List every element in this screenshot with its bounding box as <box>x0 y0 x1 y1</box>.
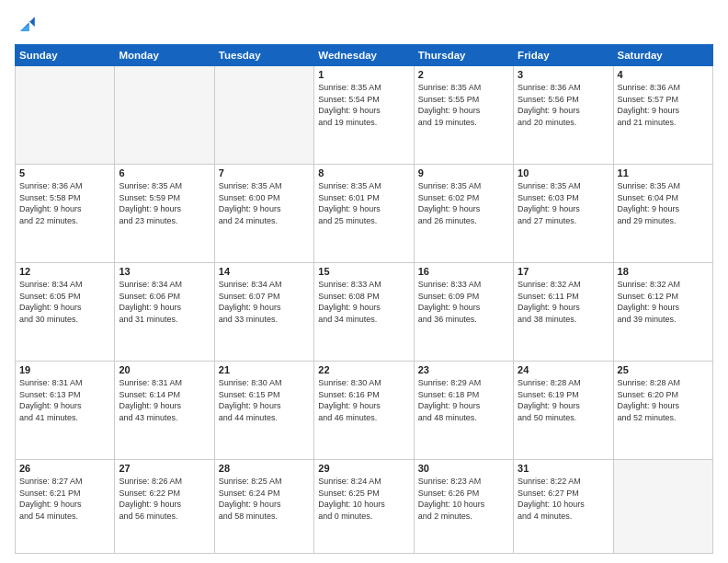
logo-icon <box>15 11 40 37</box>
day-number: 20 <box>119 364 210 375</box>
day-number: 25 <box>618 364 709 375</box>
day-info: Sunrise: 8:22 AM Sunset: 6:27 PM Dayligh… <box>518 476 609 522</box>
calendar-cell: 11Sunrise: 8:35 AM Sunset: 6:04 PM Dayli… <box>613 165 712 263</box>
day-number: 11 <box>618 167 709 178</box>
calendar-cell: 27Sunrise: 8:26 AM Sunset: 6:22 PM Dayli… <box>115 460 214 554</box>
day-info: Sunrise: 8:35 AM Sunset: 6:03 PM Dayligh… <box>518 180 609 226</box>
day-info: Sunrise: 8:28 AM Sunset: 6:20 PM Dayligh… <box>618 377 709 423</box>
day-info: Sunrise: 8:24 AM Sunset: 6:25 PM Dayligh… <box>318 476 409 522</box>
calendar-cell: 8Sunrise: 8:35 AM Sunset: 6:01 PM Daylig… <box>314 165 414 263</box>
day-info: Sunrise: 8:35 AM Sunset: 5:54 PM Dayligh… <box>318 82 409 128</box>
day-number: 5 <box>19 167 110 178</box>
day-info: Sunrise: 8:35 AM Sunset: 6:02 PM Dayligh… <box>418 180 509 226</box>
calendar-cell: 30Sunrise: 8:23 AM Sunset: 6:26 PM Dayli… <box>414 460 513 554</box>
day-number: 19 <box>19 364 110 375</box>
weekday-saturday: Saturday <box>613 45 712 66</box>
day-info: Sunrise: 8:26 AM Sunset: 6:22 PM Dayligh… <box>119 476 210 522</box>
day-number: 3 <box>518 69 609 80</box>
day-number: 8 <box>318 167 409 178</box>
day-number: 6 <box>119 167 210 178</box>
day-number: 29 <box>318 463 409 474</box>
calendar-cell: 25Sunrise: 8:28 AM Sunset: 6:20 PM Dayli… <box>613 362 712 460</box>
day-info: Sunrise: 8:32 AM Sunset: 6:12 PM Dayligh… <box>618 279 709 325</box>
day-info: Sunrise: 8:25 AM Sunset: 6:24 PM Dayligh… <box>219 476 310 522</box>
day-number: 18 <box>618 266 709 277</box>
week-row-1: 1Sunrise: 8:35 AM Sunset: 5:54 PM Daylig… <box>16 66 713 165</box>
day-number: 14 <box>219 266 310 277</box>
day-info: Sunrise: 8:33 AM Sunset: 6:08 PM Dayligh… <box>318 279 409 325</box>
calendar-cell: 5Sunrise: 8:36 AM Sunset: 5:58 PM Daylig… <box>16 165 115 263</box>
calendar-cell: 21Sunrise: 8:30 AM Sunset: 6:15 PM Dayli… <box>214 362 313 460</box>
day-number: 16 <box>418 266 509 277</box>
weekday-friday: Friday <box>514 45 613 66</box>
calendar-cell: 20Sunrise: 8:31 AM Sunset: 6:14 PM Dayli… <box>115 362 214 460</box>
day-info: Sunrise: 8:30 AM Sunset: 6:15 PM Dayligh… <box>219 377 310 423</box>
calendar-cell: 3Sunrise: 8:36 AM Sunset: 5:56 PM Daylig… <box>514 66 613 165</box>
calendar-cell: 28Sunrise: 8:25 AM Sunset: 6:24 PM Dayli… <box>214 460 313 554</box>
day-info: Sunrise: 8:28 AM Sunset: 6:19 PM Dayligh… <box>518 377 609 423</box>
calendar-cell: 29Sunrise: 8:24 AM Sunset: 6:25 PM Dayli… <box>314 460 414 554</box>
day-info: Sunrise: 8:27 AM Sunset: 6:21 PM Dayligh… <box>19 476 110 522</box>
calendar-table: SundayMondayTuesdayWednesdayThursdayFrid… <box>15 44 713 554</box>
day-info: Sunrise: 8:32 AM Sunset: 6:11 PM Dayligh… <box>518 279 609 325</box>
day-info: Sunrise: 8:35 AM Sunset: 6:01 PM Dayligh… <box>318 180 409 226</box>
day-number: 13 <box>119 266 210 277</box>
calendar-cell: 15Sunrise: 8:33 AM Sunset: 6:08 PM Dayli… <box>314 263 414 362</box>
day-number: 27 <box>119 463 210 474</box>
calendar-cell: 7Sunrise: 8:35 AM Sunset: 6:00 PM Daylig… <box>214 165 313 263</box>
calendar-cell: 31Sunrise: 8:22 AM Sunset: 6:27 PM Dayli… <box>514 460 613 554</box>
weekday-sunday: Sunday <box>16 45 115 66</box>
calendar-cell: 2Sunrise: 8:35 AM Sunset: 5:55 PM Daylig… <box>414 66 513 165</box>
calendar-cell <box>613 460 712 554</box>
day-info: Sunrise: 8:31 AM Sunset: 6:13 PM Dayligh… <box>19 377 110 423</box>
calendar-cell: 26Sunrise: 8:27 AM Sunset: 6:21 PM Dayli… <box>16 460 115 554</box>
day-number: 24 <box>518 364 609 375</box>
calendar-cell <box>16 66 115 165</box>
calendar-cell: 14Sunrise: 8:34 AM Sunset: 6:07 PM Dayli… <box>214 263 313 362</box>
calendar-cell <box>214 66 313 165</box>
header <box>15 11 713 37</box>
week-row-3: 12Sunrise: 8:34 AM Sunset: 6:05 PM Dayli… <box>16 263 713 362</box>
day-number: 22 <box>318 364 409 375</box>
calendar-cell: 22Sunrise: 8:30 AM Sunset: 6:16 PM Dayli… <box>314 362 414 460</box>
calendar-cell: 23Sunrise: 8:29 AM Sunset: 6:18 PM Dayli… <box>414 362 513 460</box>
day-number: 23 <box>418 364 509 375</box>
calendar-cell: 16Sunrise: 8:33 AM Sunset: 6:09 PM Dayli… <box>414 263 513 362</box>
week-row-4: 19Sunrise: 8:31 AM Sunset: 6:13 PM Dayli… <box>16 362 713 460</box>
day-info: Sunrise: 8:36 AM Sunset: 5:56 PM Dayligh… <box>518 82 609 128</box>
day-info: Sunrise: 8:33 AM Sunset: 6:09 PM Dayligh… <box>418 279 509 325</box>
day-number: 12 <box>19 266 110 277</box>
calendar-cell: 1Sunrise: 8:35 AM Sunset: 5:54 PM Daylig… <box>314 66 414 165</box>
day-number: 4 <box>618 69 709 80</box>
day-info: Sunrise: 8:35 AM Sunset: 6:00 PM Dayligh… <box>219 180 310 226</box>
calendar-cell: 10Sunrise: 8:35 AM Sunset: 6:03 PM Dayli… <box>514 165 613 263</box>
weekday-tuesday: Tuesday <box>214 45 313 66</box>
day-number: 10 <box>518 167 609 178</box>
calendar-cell: 9Sunrise: 8:35 AM Sunset: 6:02 PM Daylig… <box>414 165 513 263</box>
day-number: 30 <box>418 463 509 474</box>
day-number: 9 <box>418 167 509 178</box>
calendar-cell: 19Sunrise: 8:31 AM Sunset: 6:13 PM Dayli… <box>16 362 115 460</box>
calendar-page: SundayMondayTuesdayWednesdayThursdayFrid… <box>0 0 728 563</box>
calendar-cell: 12Sunrise: 8:34 AM Sunset: 6:05 PM Dayli… <box>16 263 115 362</box>
logo <box>15 11 44 37</box>
calendar-cell: 24Sunrise: 8:28 AM Sunset: 6:19 PM Dayli… <box>514 362 613 460</box>
calendar-cell: 13Sunrise: 8:34 AM Sunset: 6:06 PM Dayli… <box>115 263 214 362</box>
day-info: Sunrise: 8:30 AM Sunset: 6:16 PM Dayligh… <box>318 377 409 423</box>
day-info: Sunrise: 8:34 AM Sunset: 6:07 PM Dayligh… <box>219 279 310 325</box>
weekday-thursday: Thursday <box>414 45 513 66</box>
day-info: Sunrise: 8:31 AM Sunset: 6:14 PM Dayligh… <box>119 377 210 423</box>
week-row-2: 5Sunrise: 8:36 AM Sunset: 5:58 PM Daylig… <box>16 165 713 263</box>
calendar-cell: 18Sunrise: 8:32 AM Sunset: 6:12 PM Dayli… <box>613 263 712 362</box>
weekday-wednesday: Wednesday <box>314 45 414 66</box>
day-number: 28 <box>219 463 310 474</box>
day-info: Sunrise: 8:34 AM Sunset: 6:06 PM Dayligh… <box>119 279 210 325</box>
day-info: Sunrise: 8:35 AM Sunset: 5:59 PM Dayligh… <box>119 180 210 226</box>
day-number: 17 <box>518 266 609 277</box>
calendar-cell: 6Sunrise: 8:35 AM Sunset: 5:59 PM Daylig… <box>115 165 214 263</box>
day-number: 21 <box>219 364 310 375</box>
day-number: 31 <box>518 463 609 474</box>
day-number: 15 <box>318 266 409 277</box>
weekday-monday: Monday <box>115 45 214 66</box>
day-info: Sunrise: 8:34 AM Sunset: 6:05 PM Dayligh… <box>19 279 110 325</box>
